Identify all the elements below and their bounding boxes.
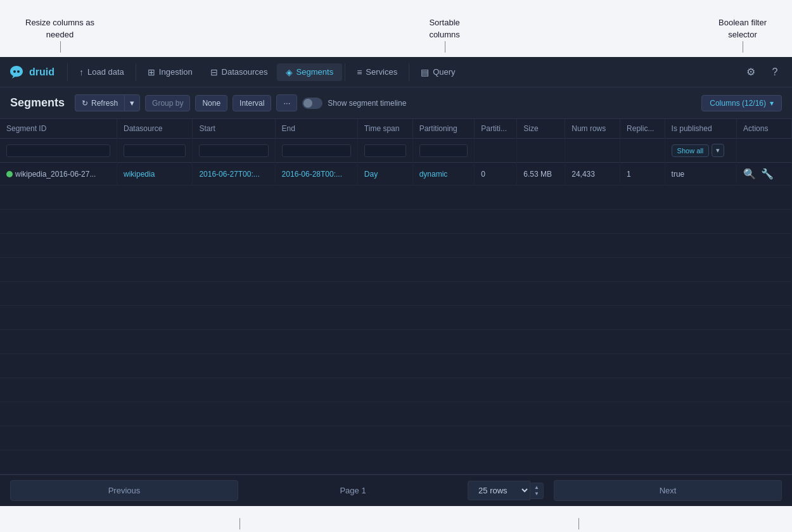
table-row-empty-12 bbox=[0, 450, 792, 474]
annotation-sortable-text: Sortable columns bbox=[429, 18, 459, 40]
services-icon: ≡ bbox=[357, 67, 362, 77]
ann-connector-sortable bbox=[445, 41, 445, 53]
col-header-num-rows[interactable]: Num rows bbox=[565, 119, 620, 139]
help-button[interactable]: ? bbox=[765, 63, 784, 82]
table-filter-row: Show all ▾ bbox=[0, 139, 792, 163]
pagination-bar: Previous Page 1 25 rows 50 rows 100 rows… bbox=[0, 474, 792, 506]
cell-partitioning[interactable]: dynamic bbox=[412, 163, 475, 186]
refresh-label: Refresh bbox=[91, 99, 118, 108]
previous-button[interactable]: Previous bbox=[10, 480, 238, 501]
refresh-button[interactable]: ↻ Refresh bbox=[75, 94, 124, 111]
filter-input-end[interactable] bbox=[282, 144, 351, 157]
cell-start[interactable]: 2016-06-27T00:... bbox=[193, 163, 275, 186]
col-header-start[interactable]: Start bbox=[193, 119, 275, 139]
rows-per-page-select[interactable]: 25 rows 50 rows 100 rows bbox=[468, 481, 530, 500]
druid-logo-icon bbox=[8, 63, 25, 81]
annotation-boolean: Boolean filter selector bbox=[719, 16, 767, 41]
nav-item-segments[interactable]: ◈ Segments bbox=[277, 63, 343, 81]
filter-cell-datasource bbox=[117, 139, 193, 163]
col-header-end[interactable]: End bbox=[275, 119, 357, 139]
col-header-is-published[interactable]: Is published bbox=[665, 119, 737, 139]
filter-input-partitioning[interactable] bbox=[419, 144, 468, 157]
col-header-replic[interactable]: Replic... bbox=[620, 119, 665, 139]
filter-input-datasource[interactable] bbox=[124, 144, 186, 157]
columns-selector-label: Columns (12/16) bbox=[710, 99, 766, 108]
interval-button[interactable]: Interval bbox=[233, 95, 271, 111]
show-all-button[interactable]: Show all bbox=[672, 144, 710, 157]
col-header-size[interactable]: Size bbox=[517, 119, 565, 139]
nav-item-load-data[interactable]: ↑ Load data bbox=[70, 63, 133, 81]
ann-connector-pagination-top bbox=[240, 518, 240, 529]
cell-segment-id: wikipedia_2016-06-27... bbox=[0, 163, 117, 186]
cell-end[interactable]: 2016-06-28T00:... bbox=[275, 163, 357, 186]
refresh-icon: ↻ bbox=[82, 99, 88, 108]
nav-item-services[interactable]: ≡ Services bbox=[348, 63, 406, 81]
logo-text: druid bbox=[29, 66, 54, 78]
col-header-datasource[interactable]: Datasource bbox=[117, 119, 193, 139]
annotation-boolean-text: Boolean filter selector bbox=[719, 18, 767, 40]
table-header-row: Segment ID Datasource Start End Time spa… bbox=[0, 119, 792, 139]
filter-input-start[interactable] bbox=[199, 144, 268, 157]
rows-spin-up[interactable]: ▲ bbox=[533, 484, 540, 491]
settings-button[interactable]: ⚙ bbox=[741, 63, 760, 82]
ann-connector-segment-info-top bbox=[578, 518, 579, 529]
table-row-empty-11 bbox=[0, 426, 792, 450]
timeline-toggle-group: Show segment timeline bbox=[302, 98, 406, 109]
col-header-time-span[interactable]: Time span bbox=[357, 119, 412, 139]
col-header-partitioning[interactable]: Partitioning bbox=[412, 119, 475, 139]
annotation-segment-info: Detailed segment information bbox=[546, 529, 610, 532]
refresh-dropdown-button[interactable]: ▾ bbox=[124, 94, 140, 111]
wrench-icon[interactable]: 🔧 bbox=[761, 168, 774, 180]
cell-time-span[interactable]: Day bbox=[357, 163, 412, 186]
table-row-empty-3 bbox=[0, 234, 792, 258]
timeline-toggle[interactable] bbox=[302, 98, 323, 109]
col-header-partiti[interactable]: Partiti... bbox=[475, 119, 517, 139]
cell-datasource[interactable]: wikipedia bbox=[117, 163, 193, 186]
filter-cell-end bbox=[275, 139, 357, 163]
nav-item-datasources-label: Datasources bbox=[222, 67, 268, 77]
table-container: Segment ID Datasource Start End Time spa… bbox=[0, 119, 792, 474]
col-header-actions: Actions bbox=[737, 119, 792, 139]
segments-icon: ◈ bbox=[286, 67, 293, 77]
svg-point-0 bbox=[13, 70, 16, 73]
group-by-value[interactable]: None bbox=[195, 95, 227, 111]
app-container: Resize columns as needed Sortable column… bbox=[0, 0, 792, 532]
filter-input-segment-id[interactable] bbox=[6, 144, 110, 157]
logo: druid bbox=[8, 63, 54, 81]
zoom-icon[interactable]: 🔍 bbox=[743, 168, 756, 180]
nav-item-segments-label: Segments bbox=[297, 67, 334, 77]
more-button[interactable]: ··· bbox=[276, 94, 297, 111]
cell-is-published: true bbox=[665, 163, 737, 186]
ingestion-icon: ⊞ bbox=[148, 67, 155, 77]
columns-dropdown-icon: ▾ bbox=[770, 99, 774, 108]
group-by-label: Group by bbox=[145, 95, 190, 111]
nav-item-query[interactable]: ▤ Query bbox=[412, 63, 464, 81]
cell-size: 6.53 MB bbox=[517, 163, 565, 186]
upload-icon: ↑ bbox=[79, 67, 84, 77]
show-all-dropdown-button[interactable]: ▾ bbox=[712, 144, 724, 157]
nav-item-ingestion[interactable]: ⊞ Ingestion bbox=[139, 63, 201, 81]
segment-id-cell: wikipedia_2016-06-27... bbox=[6, 170, 110, 179]
rows-spin-down[interactable]: ▼ bbox=[533, 491, 540, 497]
next-button[interactable]: Next bbox=[554, 480, 782, 501]
table-row-empty-5 bbox=[0, 282, 792, 306]
annotation-pagination: Pagination controls bbox=[220, 529, 259, 532]
nav-item-load-data-label: Load data bbox=[87, 67, 124, 77]
ann-connector-boolean bbox=[743, 41, 743, 53]
filter-input-time-span[interactable] bbox=[364, 144, 406, 157]
navbar: druid ↑ Load data ⊞ Ingestion ⊟ Datasour… bbox=[0, 57, 792, 87]
bottom-annotations-bar: Pagination controls Detailed segment inf… bbox=[0, 506, 792, 532]
table-row-empty-10 bbox=[0, 402, 792, 426]
nav-item-datasources[interactable]: ⊟ Datasources bbox=[201, 63, 277, 81]
cell-actions: 🔍 🔧 bbox=[737, 163, 792, 186]
filter-cell-start bbox=[193, 139, 275, 163]
table-row-empty-9 bbox=[0, 378, 792, 402]
col-header-segment-id[interactable]: Segment ID bbox=[0, 119, 117, 139]
annotation-resize: Resize columns as needed bbox=[25, 16, 94, 41]
rows-spin: ▲ ▼ bbox=[530, 483, 544, 499]
table-row-empty-1 bbox=[0, 186, 792, 210]
toolbar: Segments ↻ Refresh ▾ Group by None Inter… bbox=[0, 87, 792, 119]
columns-selector-button[interactable]: Columns (12/16) ▾ bbox=[701, 95, 782, 111]
table-body: wikipedia_2016-06-27... wikipedia 2016-0… bbox=[0, 163, 792, 474]
filter-cell-actions bbox=[737, 139, 792, 163]
